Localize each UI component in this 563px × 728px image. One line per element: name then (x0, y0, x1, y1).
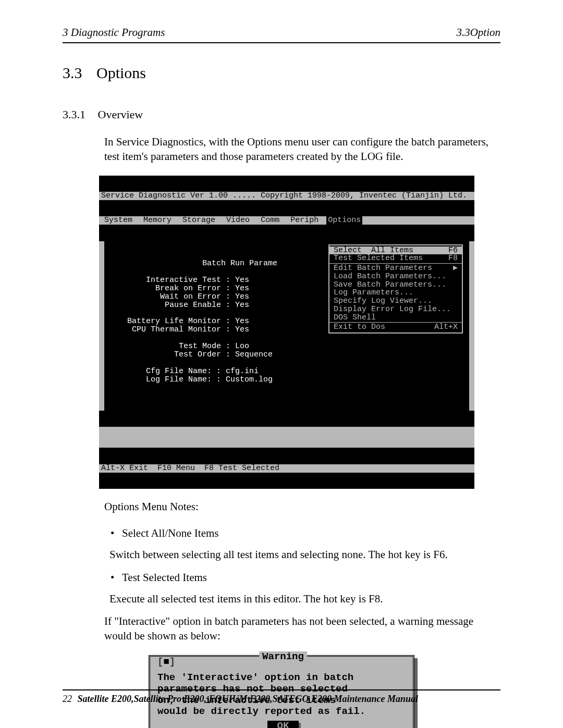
header-right: 3.3Option (456, 26, 500, 39)
dropdown-item[interactable]: Test Selected ItemsF8 (329, 254, 462, 263)
dropdown-item[interactable]: Select All ItemsF6 (329, 246, 462, 255)
note-item: Select All/None ItemsSwitch between sele… (109, 525, 500, 562)
dropdown-item[interactable]: Exit to DosAlt+X (329, 323, 462, 331)
menubar-item-options[interactable]: Options (326, 216, 362, 225)
note-item-title: Select All/None Items (122, 525, 500, 541)
menubar-item-video[interactable]: Video (223, 216, 253, 225)
section-heading: 3.3 Options (63, 64, 500, 82)
subsection-heading: 3.3.1 Overview (63, 108, 500, 121)
dos-menubar: System Memory Storage Video Comm Periph … (99, 216, 474, 225)
section-number: 3.3 (63, 64, 82, 81)
dropdown-item[interactable]: Display Error Log File... (329, 305, 462, 314)
page-header: 3 Diagnostic Programs 3.3Option (63, 26, 500, 43)
dropdown-item[interactable]: Load Batch Parameters... (329, 273, 462, 281)
menubar-item-system[interactable]: System (101, 216, 136, 225)
dos-statusbar: Alt-X Exit F10 Menu F8 Test Selected (99, 464, 474, 473)
intro-paragraph: In Service Diagnostics, with the Options… (104, 134, 500, 164)
dropdown-item[interactable]: DOS Shell (329, 314, 462, 322)
menubar-item-memory[interactable]: Memory (140, 216, 175, 225)
note-item-title: Test Selected Items (122, 570, 500, 585)
page-footer: 22 Satellite E200,Satellite Pro E200, EQ… (63, 689, 500, 705)
dos-hatch-area (99, 427, 474, 448)
dos-body: Batch Run Parame Interactive Test : Yes … (99, 241, 474, 411)
options-dropdown: Select All ItemsF6Test Selected ItemsF8E… (328, 244, 463, 334)
dos-screenshot: Service Diagnostic Ver 1.00 ..... Copyri… (99, 176, 474, 489)
subsection-title-text: Overview (98, 108, 143, 121)
ok-button[interactable]: OK (267, 721, 299, 728)
dropdown-item[interactable]: Save Batch Parameters... (329, 281, 462, 289)
dropdown-item[interactable]: Edit Batch Parameters▶ (329, 264, 462, 273)
menubar-item-storage[interactable]: Storage (179, 216, 218, 225)
warning-intro-paragraph: If "Interactive" option in batch paramet… (104, 614, 500, 644)
menubar-item-comm[interactable]: Comm (258, 216, 283, 225)
close-icon[interactable]: [■] (156, 657, 176, 668)
manual-title: Satellite E200,Satellite Pro E200, EQUIU… (78, 694, 419, 704)
dropdown-item[interactable]: Log Parameters... (329, 289, 462, 297)
warning-title: Warning (259, 651, 307, 663)
dropdown-item[interactable]: Specify Log Viewer... (329, 297, 462, 305)
notes-heading: Options Menu Notes: (104, 499, 500, 514)
page-number: 22 (63, 694, 72, 704)
note-item-desc: Switch between selecting all test items … (109, 547, 500, 562)
note-item-desc: Execute all selected test items in this … (109, 591, 500, 607)
section-title-text: Options (96, 64, 146, 81)
document-page: 3 Diagnostic Programs 3.3Option 3.3 Opti… (0, 0, 563, 728)
dos-titlebar: Service Diagnostic Ver 1.00 ..... Copyri… (99, 192, 474, 200)
header-left: 3 Diagnostic Programs (63, 26, 165, 39)
note-item: Test Selected ItemsExecute all selected … (109, 570, 500, 607)
subsection-number: 3.3.1 (63, 108, 85, 121)
notes-list: Select All/None ItemsSwitch between sele… (109, 525, 500, 607)
menubar-item-periph[interactable]: Periph (287, 216, 322, 225)
